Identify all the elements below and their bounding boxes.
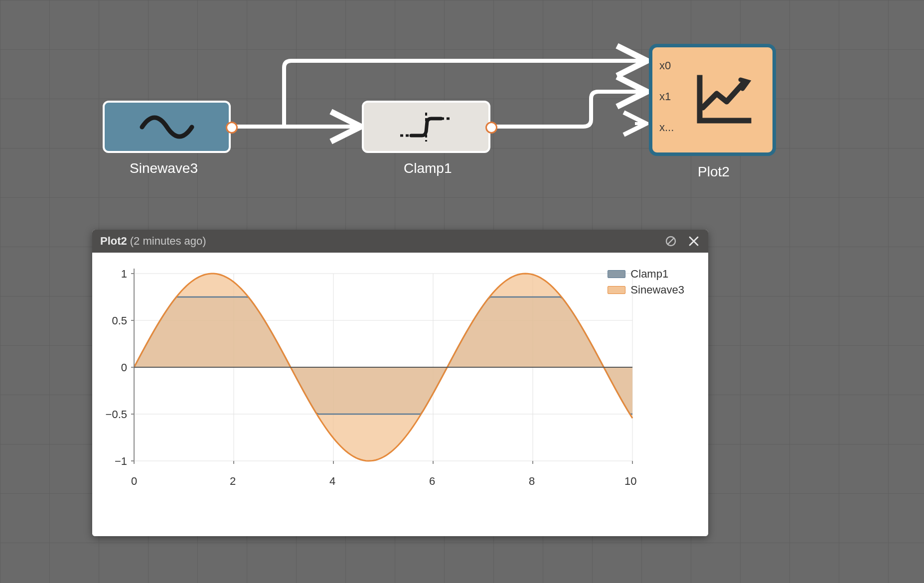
plot-panel[interactable]: Plot2 (2 minutes ago) Clamp1 Sinewave3 1… bbox=[92, 230, 708, 536]
y-tick-n1: −1 bbox=[115, 455, 127, 468]
legend-label-sinewave: Sinewave3 bbox=[630, 284, 684, 296]
node-plot[interactable]: x0 x1 x... bbox=[649, 44, 776, 156]
port-label-x1: x1 bbox=[659, 90, 671, 103]
legend-swatch-sinewave bbox=[608, 286, 625, 294]
port-label-xrest: x... bbox=[659, 121, 674, 134]
x-tick-8: 8 bbox=[529, 475, 535, 488]
panel-title: Plot2 bbox=[100, 235, 127, 248]
node-sinewave[interactable] bbox=[103, 101, 231, 153]
clamp-icon bbox=[396, 110, 456, 145]
y-tick-1: 1 bbox=[121, 268, 127, 281]
sinewave-icon bbox=[137, 112, 197, 142]
plot-legend: Clamp1 Sinewave3 bbox=[608, 268, 684, 299]
svg-line-4 bbox=[668, 238, 674, 245]
legend-swatch-clamp bbox=[608, 270, 625, 278]
close-icon[interactable] bbox=[687, 235, 700, 248]
x-tick-2: 2 bbox=[230, 475, 236, 488]
legend-label-clamp: Clamp1 bbox=[630, 268, 668, 281]
y-tick-0: 0 bbox=[121, 361, 127, 374]
plot-panel-header[interactable]: Plot2 (2 minutes ago) bbox=[92, 230, 708, 253]
x-tick-6: 6 bbox=[429, 475, 435, 488]
legend-row-clamp: Clamp1 bbox=[608, 268, 684, 281]
port-out-clamp[interactable] bbox=[485, 122, 497, 134]
node-label-clamp: Clamp1 bbox=[404, 160, 452, 176]
port-out-sinewave[interactable] bbox=[226, 122, 238, 134]
x-tick-10: 10 bbox=[624, 475, 636, 488]
x-tick-4: 4 bbox=[329, 475, 335, 488]
y-tick-n05: −0.5 bbox=[106, 408, 127, 421]
x-tick-0: 0 bbox=[131, 475, 137, 488]
node-label-sinewave: Sinewave3 bbox=[130, 160, 198, 176]
panel-timestamp: (2 minutes ago) bbox=[130, 235, 206, 248]
legend-row-sinewave: Sinewave3 bbox=[608, 284, 684, 296]
chart-icon bbox=[693, 73, 753, 128]
node-clamp[interactable] bbox=[362, 101, 490, 153]
plot-panel-body: Clamp1 Sinewave3 1 0.5 0 −0.5 −1 0 2 4 6… bbox=[92, 253, 708, 536]
node-label-plot: Plot2 bbox=[698, 164, 730, 180]
port-label-x0: x0 bbox=[659, 59, 671, 72]
y-tick-05: 0.5 bbox=[112, 314, 127, 327]
disable-icon[interactable] bbox=[664, 235, 677, 248]
